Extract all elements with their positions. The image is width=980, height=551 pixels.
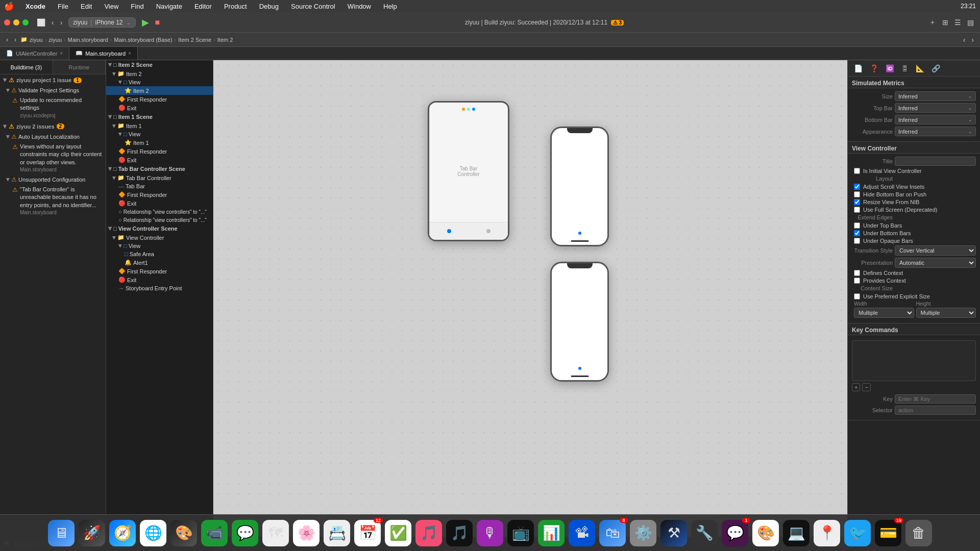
dock-keynote[interactable]: 📽: [569, 520, 595, 546]
presentation-select[interactable]: Automatic: [895, 258, 976, 268]
dock-instruments[interactable]: 🔧: [691, 520, 718, 546]
tabbar-first-responder[interactable]: 🔶 First Responder: [106, 190, 213, 199]
tabbar-controller-folder[interactable]: ▶ 📁 Tab Bar Controller: [106, 173, 213, 182]
resize-nib-checkbox[interactable]: [854, 199, 860, 205]
vc-title-input[interactable]: [895, 157, 976, 166]
dock-twitter[interactable]: 🐦: [844, 520, 871, 546]
defines-context-checkbox[interactable]: [854, 270, 860, 276]
key-input[interactable]: [895, 394, 976, 404]
dock-maps[interactable]: 🗺: [262, 520, 289, 546]
dock-wallet[interactable]: 💳 19: [875, 520, 901, 546]
unsupported-header[interactable]: ▶ ⚠ Unsupported Configuration: [0, 175, 106, 184]
auto-layout-item[interactable]: ⚠ Views without any layout constraints m…: [0, 141, 106, 175]
item1-starred[interactable]: ⭐ Item 1: [106, 138, 213, 147]
maximize-button[interactable]: [22, 19, 29, 26]
full-screen-checkbox[interactable]: [854, 207, 860, 213]
vc-first-responder[interactable]: 🔶 First Responder: [106, 267, 213, 276]
breadcrumb-main-storyboard-base[interactable]: Main.storyboard (Base): [114, 37, 172, 43]
dock-numbers[interactable]: 📊: [538, 520, 565, 546]
dock-maps2[interactable]: 📍: [814, 520, 840, 546]
item2-folder[interactable]: ▶ 📁 Item 2: [106, 69, 213, 78]
remove-key-command-btn[interactable]: −: [862, 383, 870, 391]
minimize-button[interactable]: [13, 19, 19, 26]
safe-area-item[interactable]: □ Safe Area: [106, 250, 213, 258]
dock-facetime[interactable]: 📹: [201, 520, 228, 546]
hide-bottom-checkbox[interactable]: [854, 191, 860, 197]
tab-close-alert[interactable]: ×: [60, 51, 63, 56]
item2-exit[interactable]: 🔴 Exit: [106, 104, 213, 112]
dock-trash[interactable]: 🗑: [905, 520, 932, 546]
breadcrumb-fwd-btn[interactable]: ›: [12, 35, 18, 44]
attributes-inspector-btn[interactable]: 🎛: [899, 63, 911, 73]
alert1-item[interactable]: 🔔 Alert1: [106, 258, 213, 267]
dock-podcasts[interactable]: 🎙: [477, 520, 503, 546]
menu-edit[interactable]: Edit: [78, 3, 95, 10]
use-preferred-checkbox[interactable]: [854, 293, 860, 299]
project-issue-header[interactable]: ▶ ⚠ ziyuu project 1 issue 1: [0, 74, 106, 86]
under-bottom-checkbox[interactable]: [854, 230, 860, 236]
dock-chrome[interactable]: 🌐: [140, 520, 166, 546]
selector-input[interactable]: [895, 406, 976, 415]
menu-file[interactable]: File: [55, 3, 71, 10]
provides-context-checkbox[interactable]: [854, 278, 860, 284]
dock-contacts[interactable]: 📇: [324, 520, 350, 546]
unsupported-item[interactable]: ⚠ "Tab Bar Controller" is unreachable be…: [0, 184, 106, 218]
dock-safari[interactable]: 🧭: [109, 520, 136, 546]
breadcrumb-ziyuu1[interactable]: ziyuu: [30, 37, 43, 43]
under-top-checkbox[interactable]: [854, 222, 860, 229]
prev-issue-btn[interactable]: ‹: [961, 35, 968, 45]
runtime-tab[interactable]: Runtime: [53, 60, 106, 74]
is-initial-checkbox[interactable]: [854, 168, 860, 174]
tab-main-storyboard[interactable]: 📖 Main.storyboard ×: [69, 47, 138, 60]
item2-phone[interactable]: [550, 262, 609, 382]
menu-editor[interactable]: Editor: [191, 3, 215, 10]
dock-music[interactable]: 🎵: [446, 520, 473, 546]
ziyuu-issues-header[interactable]: ▶ ⚠ ziyuu 2 issues 2: [0, 121, 106, 132]
under-opaque-checkbox[interactable]: [854, 238, 860, 244]
add-button[interactable]: ＋: [927, 17, 938, 28]
menu-help[interactable]: Help: [380, 3, 400, 10]
item1-scene-header[interactable]: ▶ □ Item 1 Scene: [106, 112, 213, 121]
dock-colorsync[interactable]: 🎨: [752, 520, 779, 546]
tabbar-relationship1[interactable]: ○ Relationship "view controllers" to "..…: [106, 208, 213, 216]
top-bar-value[interactable]: Inferred ⌄: [895, 103, 976, 113]
right-panel-toggle[interactable]: ▤: [965, 17, 976, 28]
vc-exit[interactable]: 🔴 Exit: [106, 276, 213, 284]
size-inspector-btn[interactable]: 📐: [914, 63, 926, 73]
breadcrumb-item2-scene[interactable]: Item 2 Scene: [178, 37, 211, 43]
storyboard-entry-point[interactable]: → Storyboard Entry Point: [106, 284, 213, 292]
tab-bar-item[interactable]: — Tab Bar: [106, 182, 213, 190]
item1-first-responder[interactable]: 🔶 First Responder: [106, 147, 213, 156]
tab-close-storyboard[interactable]: ×: [128, 51, 131, 56]
item1-phone[interactable]: [550, 127, 609, 246]
apple-menu[interactable]: 🍎: [4, 2, 14, 11]
dock-terminal[interactable]: 💻: [783, 520, 810, 546]
breadcrumb-ziyuu2[interactable]: ziyuu: [48, 37, 62, 43]
item2-starred[interactable]: ⭐ Item 2: [106, 86, 213, 95]
item1-exit[interactable]: 🔴 Exit: [106, 156, 213, 164]
breadcrumb-item2[interactable]: Item 2: [217, 37, 233, 43]
dock-appstore[interactable]: 🛍 8: [599, 520, 626, 546]
vc-folder[interactable]: ▶ 📁 View Controller: [106, 233, 213, 242]
dock-reminders[interactable]: ✅: [385, 520, 411, 546]
menu-navigate[interactable]: Navigate: [153, 3, 185, 10]
dock-system-prefs[interactable]: ⚙️: [630, 520, 656, 546]
item1-folder[interactable]: ▶ 📁 Item 1: [106, 121, 213, 130]
canvas-area[interactable]: Tab Bar Controller: [213, 60, 847, 551]
vc-view[interactable]: ▶ □ View: [106, 242, 213, 250]
menu-xcode[interactable]: Xcode: [22, 3, 48, 10]
sidebar-toggle-button[interactable]: ⬜: [35, 17, 47, 28]
next-issue-btn[interactable]: ›: [969, 35, 976, 45]
auto-layout-header[interactable]: ▶ ⚠ Auto Layout Localization: [0, 132, 106, 141]
menu-debug[interactable]: Debug: [256, 3, 282, 10]
run-button[interactable]: ▶: [140, 16, 151, 29]
adjust-scroll-checkbox[interactable]: [854, 184, 860, 190]
breadcrumb-back-btn[interactable]: ‹: [4, 35, 10, 44]
menu-view[interactable]: View: [101, 3, 121, 10]
menu-window[interactable]: Window: [345, 3, 374, 10]
quick-help-btn[interactable]: ❓: [868, 63, 880, 73]
vc-scene-header[interactable]: ▶ □ View Controller Scene: [106, 224, 213, 233]
forward-button[interactable]: ›: [58, 17, 65, 28]
menu-product[interactable]: Product: [221, 3, 250, 10]
validate-settings-item[interactable]: ▶ ⚠ Validate Project Settings: [0, 86, 106, 95]
